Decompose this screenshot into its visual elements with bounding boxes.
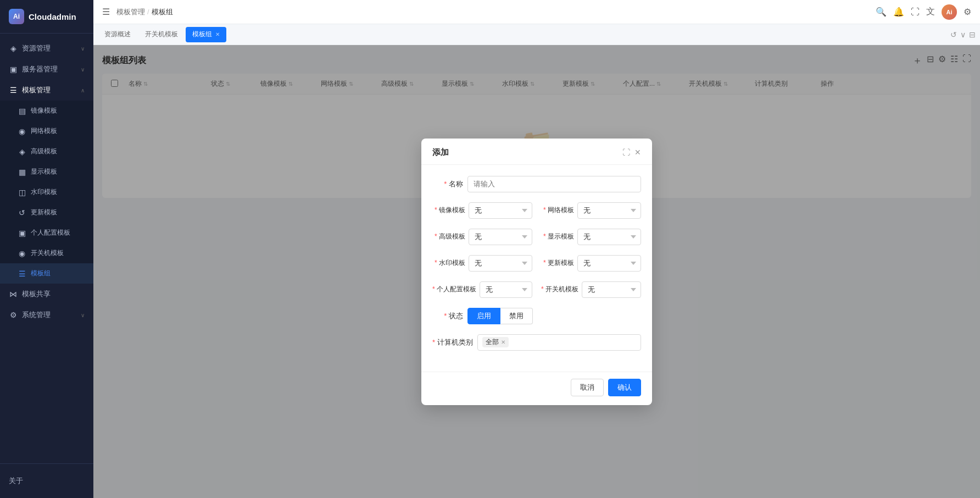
notification-icon[interactable]: 🔔 [893,7,904,17]
sidebar-item-advanced[interactable]: ◈ 高级模板 [0,141,93,162]
app-name: Cloudadmin [29,12,76,21]
sidebar-item-share[interactable]: ⋈ 模板共享 [0,284,93,305]
share-icon: ⋈ [9,290,18,298]
form-row-name: 名称 [432,176,641,192]
dialog-header-actions: ⛶ ✕ [622,148,641,157]
tab-group[interactable]: 模板组 ✕ [186,27,226,42]
breadcrumb-parent[interactable]: 模板管理 [116,7,145,17]
sidebar-item-resource[interactable]: ◈ 资源管理 ∨ [0,38,93,59]
sidebar-item-switch[interactable]: ◉ 开关机模板 [0,243,93,263]
content-area: 模板组列表 ＋ ⊟ ⚙ ☷ ⛶ 名称 ⇅ 状态 ⇅ [93,45,980,498]
image-select[interactable]: 无 [469,202,532,219]
tab-collapse-icon[interactable]: ⊟ [969,30,976,39]
update-label: 更新模板 [31,208,85,217]
advanced-icon: ◈ [18,147,26,156]
image-icon: ▤ [18,107,26,115]
switch-select[interactable]: 无 [582,281,641,298]
display-select[interactable]: 无 [577,229,641,245]
breadcrumb: 模板管理 / 模板组 [116,7,871,17]
share-label: 模板共享 [22,289,85,299]
image-label: 镜像模板 [31,106,85,115]
avatar[interactable]: Ai [942,4,957,20]
sidebar-about[interactable]: 关于 [9,471,85,491]
tab-group-label: 模板组 [192,30,212,39]
compute-tag-close[interactable]: ✕ [501,339,505,345]
modal-overlay[interactable]: 添加 ⛶ ✕ 名称 镜像模板 [93,45,980,498]
tab-group-close-icon[interactable]: ✕ [215,31,220,37]
main-content: ☰ 模板管理 / 模板组 🔍 🔔 ⛶ 文 Ai ⚙ 资源概述 开关机模板 模板组… [93,0,980,498]
sidebar-menu: ◈ 资源管理 ∨ ▣ 服务器管理 ∨ ☰ 模板管理 ∧ ▤ 镜像模板 ◉ 网络模… [0,34,93,463]
update-select[interactable]: 无 [577,255,641,272]
form-row-img-net: 镜像模板 无 网络模板 无 [432,202,641,219]
dialog-close-icon[interactable]: ✕ [634,148,641,157]
sidebar-server-label: 服务器管理 [22,64,76,74]
tab-resource[interactable]: 资源概述 [98,27,137,42]
tab-switch[interactable]: 开关机模板 [138,27,185,42]
name-label: 名称 [432,179,463,189]
switch-label: 开关机模板 [31,248,85,258]
switch-field-pair: 开关机模板 无 [541,281,641,298]
advanced-select[interactable]: 无 [469,229,532,245]
sidebar-item-network[interactable]: ◉ 网络模板 [0,121,93,141]
status-enable-btn[interactable]: 启用 [467,308,500,324]
image-label: 镜像模板 [432,206,465,215]
name-input[interactable] [467,176,641,192]
watermark-field-pair: 水印模板 无 [432,255,532,272]
form-row-pers-sw: 个人配置模板 无 开关机模板 无 [432,281,641,298]
personal-select[interactable]: 无 [480,281,532,298]
sidebar-item-group[interactable]: ☰ 模板组 [0,263,93,284]
display-icon: ▦ [18,168,26,176]
confirm-button[interactable]: 确认 [608,379,641,396]
network-label: 网络模板 [31,126,85,136]
topbar-actions: 🔍 🔔 ⛶ 文 Ai ⚙ [876,4,971,20]
menu-toggle-icon[interactable]: ☰ [102,7,110,17]
cancel-button[interactable]: 取消 [571,379,604,396]
dialog-expand-icon[interactable]: ⛶ [622,148,630,157]
language-icon[interactable]: 文 [926,6,935,18]
network-label: 网络模板 [541,206,574,215]
dialog-footer: 取消 确认 [421,372,652,405]
about-label: 关于 [9,476,76,486]
watermark-icon: ◫ [18,188,26,197]
sidebar-item-server[interactable]: ▣ 服务器管理 ∨ [0,59,93,80]
breadcrumb-sep: / [147,8,149,16]
image-field-pair: 镜像模板 无 [432,202,532,219]
display-label: 显示模板 [541,232,574,241]
watermark-select[interactable]: 无 [469,255,532,272]
logo-icon: Ai [9,9,24,24]
settings-icon[interactable]: ⚙ [964,7,971,17]
breadcrumb-current: 模板组 [152,7,173,17]
sidebar-item-display[interactable]: ▦ 显示模板 [0,162,93,182]
tab-chevron-icon[interactable]: ∨ [960,30,966,39]
update-icon: ↺ [18,208,26,217]
sidebar-item-template[interactable]: ☰ 模板管理 ∧ [0,80,93,101]
switch-tmpl-label: 开关机模板 [541,285,578,294]
update-label: 更新模板 [541,258,574,268]
status-disable-btn[interactable]: 禁用 [500,308,533,324]
system-icon: ⚙ [9,311,18,319]
network-select[interactable]: 无 [577,202,641,219]
tab-resource-label: 资源概述 [104,30,131,39]
network-icon: ◉ [18,127,26,136]
watermark-label: 水印模板 [31,187,85,197]
sidebar-item-watermark[interactable]: ◫ 水印模板 [0,182,93,202]
search-icon[interactable]: 🔍 [876,7,887,17]
sidebar-item-image[interactable]: ▤ 镜像模板 [0,101,93,121]
sidebar-footer: 关于 [0,463,93,498]
compute-tag-input[interactable]: 全部 ✕ [477,334,641,351]
add-dialog: 添加 ⛶ ✕ 名称 镜像模板 [421,139,652,405]
dialog-header: 添加 ⛶ ✕ [421,139,652,165]
fullscreen-icon[interactable]: ⛶ [911,7,920,17]
system-arrow: ∨ [81,312,85,318]
sidebar-item-system[interactable]: ⚙ 系统管理 ∨ [0,305,93,325]
display-label: 显示模板 [31,167,85,176]
sidebar-item-update[interactable]: ↺ 更新模板 [0,202,93,223]
app-logo[interactable]: Ai Cloudadmin [0,0,93,34]
tab-refresh-icon[interactable]: ↺ [950,30,957,39]
form-row-compute: 计算机类别 全部 ✕ [432,334,641,351]
advanced-field-pair: 高级模板 无 [432,229,532,245]
dialog-body: 名称 镜像模板 无 网络模板 [421,165,652,372]
personal-label: 个人配置模板 [31,228,85,237]
sidebar-item-personal[interactable]: ▣ 个人配置模板 [0,223,93,243]
compute-tag-text: 全部 [486,337,499,347]
